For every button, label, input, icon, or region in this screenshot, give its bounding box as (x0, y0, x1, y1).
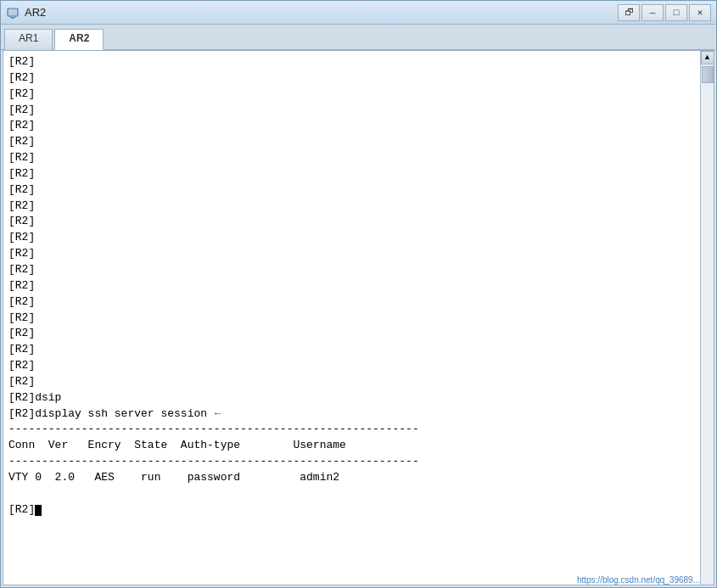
minimize-button[interactable]: — (641, 4, 664, 21)
window-controls: 🗗 — □ ✕ (618, 4, 711, 21)
app-icon (6, 6, 20, 20)
watermark: https://blog.csdn.net/qq_39689... (577, 575, 700, 585)
main-window: AR2 🗗 — □ ✕ AR1 AR2 [R2] [R2] [R2] [R2] … (0, 0, 717, 588)
title-bar: AR2 🗗 — □ ✕ (1, 1, 716, 25)
scroll-up-button[interactable]: ▲ (701, 51, 714, 64)
close-button[interactable]: ✕ (689, 4, 711, 21)
terminal-output[interactable]: [R2] [R2] [R2] [R2] [R2] [R2] [R2] [R2] … (3, 51, 700, 585)
maximize-button[interactable]: □ (665, 4, 687, 21)
svg-rect-0 (8, 8, 18, 16)
scrollbar[interactable]: ▲ (700, 51, 714, 585)
tab-ar2[interactable]: AR2 (54, 29, 104, 50)
window-title: AR2 (25, 6, 618, 19)
tab-ar1[interactable]: AR1 (4, 29, 53, 50)
restore-button[interactable]: 🗗 (618, 4, 640, 21)
content-area: [R2] [R2] [R2] [R2] [R2] [R2] [R2] [R2] … (3, 50, 714, 585)
tabs-bar: AR1 AR2 (1, 25, 716, 50)
scroll-thumb[interactable] (702, 66, 714, 83)
